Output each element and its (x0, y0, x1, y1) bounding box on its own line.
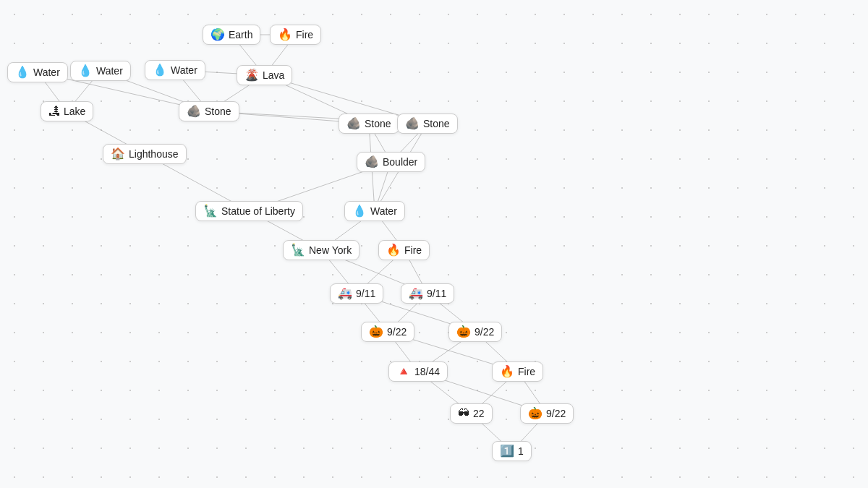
node-emoji-911b: 🚑 (409, 288, 423, 299)
node-label-water4: Water (370, 205, 397, 217)
node-label-statue: Statue of Liberty (221, 205, 295, 217)
node-label-fire2: Fire (404, 244, 422, 256)
node-label-newyork: New York (309, 244, 352, 256)
node-water4[interactable]: 💧Water (344, 201, 405, 221)
node-emoji-stone3: 🪨 (405, 118, 420, 129)
node-emoji-922a: 🎃 (369, 326, 383, 338)
node-label-water2: Water (96, 65, 123, 77)
node-emoji-lava: 🌋 (244, 69, 259, 81)
node-emoji-water3: 💧 (153, 64, 167, 76)
node-stone1[interactable]: 🪨Stone (179, 101, 239, 121)
node-922b[interactable]: 🎃9/22 (448, 322, 502, 342)
node-label-lake: Lake (64, 106, 85, 117)
node-fire2[interactable]: 🔥Fire (378, 240, 430, 260)
node-emoji-water4: 💧 (352, 205, 367, 217)
node-label-911a: 9/11 (356, 288, 375, 299)
node-label-lava: Lava (263, 69, 284, 81)
node-emoji-911a: 🚑 (338, 288, 352, 299)
node-emoji-fire1: 🔥 (278, 29, 292, 40)
node-earth[interactable]: 🌍Earth (203, 25, 260, 45)
node-emoji-fire2: 🔥 (386, 244, 401, 256)
node-label-stone1: Stone (205, 106, 231, 117)
node-label-1844: 18/44 (414, 366, 440, 377)
node-label-922b: 9/22 (475, 326, 494, 338)
node-emoji-water1: 💧 (15, 67, 30, 78)
node-emoji-newyork: 🗽 (291, 244, 305, 256)
node-lava[interactable]: 🌋Lava (237, 65, 292, 85)
node-label-water3: Water (171, 64, 197, 76)
node-label-911b: 9/11 (427, 288, 446, 299)
node-stone3[interactable]: 🪨Stone (397, 114, 458, 134)
node-911a[interactable]: 🚑9/11 (330, 283, 383, 304)
node-lighthouse[interactable]: 🏠Lighthouse (103, 144, 187, 164)
node-1844[interactable]: 🔺18/44 (388, 361, 448, 382)
node-1[interactable]: 1️⃣1 (492, 441, 532, 461)
node-label-boulder: Boulder (383, 156, 417, 168)
node-fire1[interactable]: 🔥Fire (270, 25, 321, 45)
node-emoji-stone2: 🪨 (346, 118, 361, 129)
node-emoji-earth: 🌍 (210, 29, 225, 40)
node-emoji-lake: 🏞 (48, 106, 60, 117)
node-water3[interactable]: 💧Water (145, 60, 205, 80)
node-label-fire3: Fire (518, 366, 535, 377)
node-fire3[interactable]: 🔥Fire (492, 361, 543, 382)
node-label-stone2: Stone (365, 118, 391, 129)
node-922a[interactable]: 🎃9/22 (361, 322, 414, 342)
node-statue[interactable]: 🗽Statue of Liberty (195, 201, 303, 221)
node-emoji-lighthouse: 🏠 (111, 148, 125, 160)
node-water1[interactable]: 💧Water (7, 62, 68, 82)
node-emoji-boulder: 🪨 (365, 156, 379, 168)
node-922c[interactable]: 🎃9/22 (520, 403, 574, 424)
node-newyork[interactable]: 🗽New York (283, 240, 359, 260)
node-boulder[interactable]: 🪨Boulder (357, 152, 425, 172)
node-emoji-water2: 💧 (78, 65, 93, 77)
node-label-stone3: Stone (423, 118, 450, 129)
node-label-earth: Earth (229, 29, 252, 40)
node-water2[interactable]: 💧Water (70, 61, 131, 81)
node-emoji-stone1: 🪨 (187, 106, 201, 117)
node-22[interactable]: 🕶22 (450, 403, 493, 424)
node-stone2[interactable]: 🪨Stone (339, 114, 399, 134)
node-emoji-statue: 🗽 (203, 205, 218, 217)
node-label-1: 1 (518, 445, 524, 457)
node-emoji-22: 🕶 (458, 408, 469, 419)
node-emoji-1: 1️⃣ (500, 445, 514, 457)
node-label-922c: 9/22 (546, 408, 566, 419)
node-lake[interactable]: 🏞Lake (41, 101, 93, 121)
node-emoji-922b: 🎃 (456, 326, 471, 338)
node-label-22: 22 (473, 408, 485, 419)
node-label-lighthouse: Lighthouse (129, 148, 179, 160)
node-label-water1: Water (33, 67, 60, 78)
node-911b[interactable]: 🚑9/11 (401, 283, 454, 304)
node-emoji-1844: 🔺 (396, 366, 411, 377)
node-emoji-922c: 🎃 (528, 408, 542, 419)
node-label-fire1: Fire (296, 29, 313, 40)
node-label-922a: 9/22 (387, 326, 407, 338)
node-emoji-fire3: 🔥 (500, 366, 514, 377)
